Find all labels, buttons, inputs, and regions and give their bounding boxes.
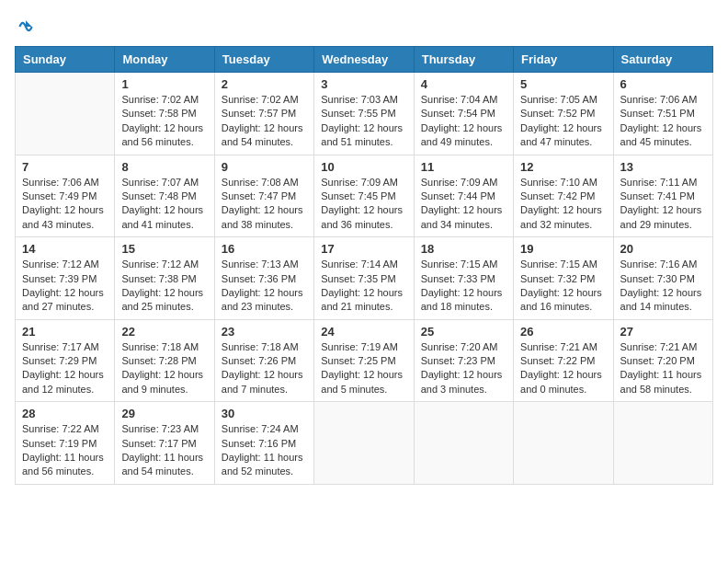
cell-line: and 52 minutes.: [222, 465, 307, 478]
logo-icon: [17, 17, 35, 36]
day-number: 7: [22, 160, 108, 174]
calendar-cell: 16Sunrise: 7:13 AMSunset: 7:36 PMDayligh…: [214, 237, 313, 320]
cell-line: Daylight: 12 hours: [620, 121, 706, 135]
cell-line: Sunrise: 7:19 AM: [321, 340, 406, 354]
calendar-week-row-5: 28Sunrise: 7:22 AMSunset: 7:19 PMDayligh…: [16, 402, 713, 485]
calendar-cell: 27Sunrise: 7:21 AMSunset: 7:20 PMDayligh…: [613, 319, 712, 402]
cell-line: Sunrise: 7:24 AM: [222, 422, 307, 436]
cell-line: Sunrise: 7:08 AM: [222, 176, 307, 190]
cell-line: Daylight: 12 hours: [520, 203, 606, 217]
calendar-cell: 17Sunrise: 7:14 AMSunset: 7:35 PMDayligh…: [314, 237, 414, 320]
cell-line: Sunrise: 7:15 AM: [520, 258, 606, 271]
day-number: 21: [22, 325, 108, 339]
day-number: 28: [22, 407, 108, 420]
cell-line: Sunset: 7:39 PM: [22, 272, 108, 286]
calendar-cell: 15Sunrise: 7:12 AMSunset: 7:38 PMDayligh…: [115, 237, 214, 320]
cell-line: and 51 minutes.: [321, 135, 406, 149]
cell-line: Sunrise: 7:11 AM: [620, 176, 706, 190]
cell-line: Sunrise: 7:13 AM: [222, 258, 307, 271]
cell-line: Daylight: 11 hours: [222, 451, 307, 465]
cell-line: Sunset: 7:51 PM: [620, 107, 706, 121]
cell-line: and 16 minutes.: [520, 300, 606, 314]
calendar-week-row-3: 14Sunrise: 7:12 AMSunset: 7:39 PMDayligh…: [16, 237, 713, 320]
calendar-table: SundayMondayTuesdayWednesdayThursdayFrid…: [15, 46, 713, 485]
cell-line: Sunrise: 7:12 AM: [121, 258, 207, 271]
cell-line: Daylight: 12 hours: [620, 203, 706, 217]
calendar-cell: 19Sunrise: 7:15 AMSunset: 7:32 PMDayligh…: [514, 237, 613, 320]
calendar-cell: 26Sunrise: 7:21 AMSunset: 7:22 PMDayligh…: [514, 319, 613, 402]
cell-line: Daylight: 12 hours: [520, 286, 606, 300]
cell-line: Sunrise: 7:21 AM: [620, 340, 706, 354]
cell-line: and 54 minutes.: [222, 135, 307, 149]
cell-line: Sunrise: 7:02 AM: [121, 93, 207, 107]
calendar-cell: 18Sunrise: 7:15 AMSunset: 7:33 PMDayligh…: [414, 237, 513, 320]
calendar-week-row-2: 7Sunrise: 7:06 AMSunset: 7:49 PMDaylight…: [16, 155, 713, 237]
cell-line: Daylight: 12 hours: [520, 121, 606, 135]
cell-line: Sunset: 7:23 PM: [421, 354, 506, 368]
cell-line: Sunrise: 7:21 AM: [520, 340, 606, 354]
cell-line: and 12 minutes.: [22, 383, 108, 396]
cell-line: Daylight: 12 hours: [421, 286, 506, 300]
calendar-cell: [414, 402, 513, 485]
cell-line: and 9 minutes.: [121, 383, 207, 396]
calendar-cell: 4Sunrise: 7:04 AMSunset: 7:54 PMDaylight…: [414, 73, 513, 155]
calendar-header-tuesday: Tuesday: [214, 47, 313, 73]
cell-line: Sunset: 7:41 PM: [620, 190, 706, 203]
day-number: 15: [121, 242, 207, 256]
cell-line: Daylight: 12 hours: [222, 286, 307, 300]
calendar-cell: 8Sunrise: 7:07 AMSunset: 7:48 PMDaylight…: [115, 155, 214, 237]
calendar-cell: 10Sunrise: 7:09 AMSunset: 7:45 PMDayligh…: [314, 155, 414, 237]
day-number: 8: [121, 160, 207, 174]
calendar-week-row-1: 1Sunrise: 7:02 AMSunset: 7:58 PMDaylight…: [16, 73, 713, 155]
cell-line: and 3 minutes.: [421, 383, 506, 396]
cell-line: Sunrise: 7:06 AM: [22, 176, 108, 190]
day-number: 23: [222, 325, 307, 339]
cell-line: Sunrise: 7:16 AM: [620, 258, 706, 271]
day-number: 17: [321, 242, 406, 256]
day-number: 12: [520, 160, 606, 174]
cell-line: Sunrise: 7:06 AM: [620, 93, 706, 107]
cell-line: Daylight: 12 hours: [22, 286, 108, 300]
cell-line: Daylight: 12 hours: [222, 203, 307, 217]
cell-line: Daylight: 12 hours: [321, 203, 406, 217]
day-number: 22: [121, 325, 207, 339]
calendar-cell: 13Sunrise: 7:11 AMSunset: 7:41 PMDayligh…: [613, 155, 712, 237]
cell-line: and 54 minutes.: [121, 465, 207, 478]
logo: [15, 15, 35, 39]
calendar-cell: [514, 402, 613, 485]
calendar-cell: 12Sunrise: 7:10 AMSunset: 7:42 PMDayligh…: [514, 155, 613, 237]
cell-line: and 56 minutes.: [22, 465, 108, 478]
cell-line: and 5 minutes.: [321, 383, 406, 396]
calendar-header-row: SundayMondayTuesdayWednesdayThursdayFrid…: [16, 47, 713, 73]
calendar-header-wednesday: Wednesday: [314, 47, 414, 73]
calendar-cell: 30Sunrise: 7:24 AMSunset: 7:16 PMDayligh…: [214, 402, 313, 485]
cell-line: and 18 minutes.: [421, 300, 506, 314]
cell-line: Sunrise: 7:15 AM: [421, 258, 506, 271]
cell-line: Sunset: 7:20 PM: [620, 354, 706, 368]
cell-line: and 41 minutes.: [121, 218, 207, 232]
calendar-cell: 21Sunrise: 7:17 AMSunset: 7:29 PMDayligh…: [16, 319, 115, 402]
day-number: 16: [222, 242, 307, 256]
cell-line: Sunrise: 7:22 AM: [22, 422, 108, 436]
cell-line: Daylight: 12 hours: [421, 203, 506, 217]
calendar-cell: 7Sunrise: 7:06 AMSunset: 7:49 PMDaylight…: [16, 155, 115, 237]
cell-line: Sunset: 7:57 PM: [222, 107, 307, 121]
cell-line: Sunset: 7:48 PM: [121, 190, 207, 203]
calendar-cell: 25Sunrise: 7:20 AMSunset: 7:23 PMDayligh…: [414, 319, 513, 402]
cell-line: Daylight: 11 hours: [620, 368, 706, 382]
cell-line: Sunset: 7:54 PM: [421, 107, 506, 121]
cell-line: Sunrise: 7:10 AM: [520, 176, 606, 190]
calendar-header-monday: Monday: [115, 47, 214, 73]
calendar-cell: 23Sunrise: 7:18 AMSunset: 7:26 PMDayligh…: [214, 319, 313, 402]
calendar-cell: 22Sunrise: 7:18 AMSunset: 7:28 PMDayligh…: [115, 319, 214, 402]
day-number: 27: [620, 325, 706, 339]
cell-line: and 45 minutes.: [620, 135, 706, 149]
cell-line: Sunrise: 7:04 AM: [421, 93, 506, 107]
cell-line: Sunrise: 7:14 AM: [321, 258, 406, 271]
cell-line: Daylight: 11 hours: [121, 451, 207, 465]
day-number: 14: [22, 242, 108, 256]
cell-line: and 34 minutes.: [421, 218, 506, 232]
calendar-cell: 28Sunrise: 7:22 AMSunset: 7:19 PMDayligh…: [16, 402, 115, 485]
cell-line: Sunset: 7:55 PM: [321, 107, 406, 121]
calendar-cell: 11Sunrise: 7:09 AMSunset: 7:44 PMDayligh…: [414, 155, 513, 237]
